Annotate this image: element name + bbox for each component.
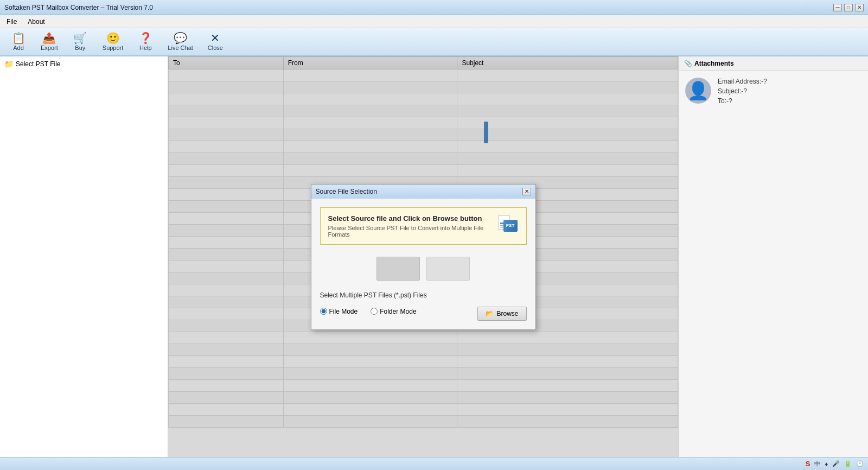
status-icon-s: S bbox=[806, 460, 810, 468]
progress-box-1 bbox=[376, 257, 420, 281]
toolbar-close-icon: ✕ bbox=[210, 33, 220, 43]
left-panel: 📁 Select PST File bbox=[0, 56, 168, 457]
info-text: Select Source file and Click on Browse b… bbox=[328, 214, 492, 238]
minimize-button[interactable]: ─ bbox=[833, 4, 842, 11]
maximize-button[interactable]: □ bbox=[844, 4, 853, 11]
attachments-label: Attachments bbox=[694, 60, 734, 67]
attachment-icon: 📎 bbox=[684, 60, 692, 67]
status-icon-battery: 🔋 bbox=[844, 460, 852, 467]
help-icon: ❓ bbox=[139, 33, 152, 43]
add-button[interactable]: 📋 Add bbox=[4, 29, 33, 54]
email-details: Email Address:-? Subject:-? To:-? bbox=[718, 78, 767, 105]
folder-mode-label: Folder Mode bbox=[380, 308, 416, 315]
buy-button[interactable]: 🛒 Buy bbox=[66, 29, 94, 54]
buy-icon: 🛒 bbox=[73, 33, 87, 43]
help-button[interactable]: ❓ Help bbox=[131, 29, 159, 54]
status-icon-chinese: 中 bbox=[814, 460, 820, 468]
window-title: Softaken PST Mailbox Converter – Trial V… bbox=[4, 4, 153, 11]
to-field: To:-? bbox=[718, 97, 767, 105]
livechat-icon: 💬 bbox=[174, 33, 187, 43]
file-mode-radio[interactable] bbox=[320, 308, 327, 315]
menu-file[interactable]: File bbox=[2, 17, 21, 27]
person-icon: 👤 bbox=[687, 80, 709, 101]
browse-icon: 📂 bbox=[486, 310, 494, 317]
info-box: Select Source file and Click on Browse b… bbox=[320, 207, 527, 245]
livechat-label: Live Chat bbox=[168, 45, 193, 51]
email-preview: 👤 Email Address:-? Subject:-? To:-? bbox=[679, 71, 868, 111]
browse-button[interactable]: 📂 Browse bbox=[477, 307, 526, 321]
close-window-button[interactable]: ✕ bbox=[855, 4, 864, 11]
status-right-icons: S 中 ♦ 🎤 🔋 🕐 bbox=[806, 460, 864, 468]
window-controls: ─ □ ✕ bbox=[833, 4, 864, 11]
file-mode-option[interactable]: File Mode bbox=[320, 308, 358, 315]
email-address-field: Email Address:-? bbox=[718, 78, 767, 85]
tree-root-label: Select PST File bbox=[16, 60, 60, 68]
file-mode-label: File Mode bbox=[329, 308, 358, 315]
folder-mode-option[interactable]: Folder Mode bbox=[371, 308, 416, 315]
modal-content: Select Source file and Click on Browse b… bbox=[311, 199, 535, 329]
folder-icon: 📁 bbox=[4, 60, 14, 68]
modal-title-bar: Source File Selection ✕ bbox=[311, 185, 535, 199]
folder-mode-radio[interactable] bbox=[371, 308, 378, 315]
export-label: Export bbox=[41, 45, 58, 51]
export-icon: 📤 bbox=[42, 33, 56, 43]
support-button[interactable]: 🙂 Support bbox=[97, 29, 130, 54]
modal-bottom-row: File Mode Folder Mode 📂 Browse bbox=[320, 307, 527, 321]
toolbar-close-label: Close bbox=[208, 45, 223, 51]
loading-area bbox=[320, 252, 527, 285]
buy-label: Buy bbox=[75, 45, 85, 51]
modal-title: Source File Selection bbox=[316, 188, 377, 195]
modal-overlay: Source File Selection ✕ Select Source fi… bbox=[168, 56, 678, 457]
status-icon-mic: 🎤 bbox=[832, 460, 840, 467]
menu-about[interactable]: About bbox=[23, 17, 49, 27]
main-layout: 📁 Select PST File To From Subject bbox=[0, 56, 868, 457]
support-label: Support bbox=[103, 45, 124, 51]
pst-files-section: Select Multiple PST Files (*.pst) Files … bbox=[320, 291, 527, 321]
toolbar: 📋 Add 📤 Export 🛒 Buy 🙂 Support ❓ Help 💬 … bbox=[0, 28, 868, 56]
browse-label: Browse bbox=[496, 310, 518, 317]
progress-box-2 bbox=[426, 257, 470, 281]
toolbar-close-button[interactable]: ✕ Close bbox=[201, 29, 229, 54]
title-bar: Softaken PST Mailbox Converter – Trial V… bbox=[0, 0, 868, 15]
add-icon: 📋 bbox=[12, 33, 25, 43]
status-bar: S 中 ♦ 🎤 🔋 🕐 bbox=[0, 457, 868, 470]
modal-close-button[interactable]: ✕ bbox=[522, 188, 531, 195]
center-panel: To From Subject bbox=[168, 56, 678, 457]
pst-label: PST bbox=[503, 220, 518, 232]
menu-bar: File About bbox=[0, 15, 868, 28]
support-icon: 🙂 bbox=[106, 33, 120, 43]
export-button[interactable]: 📤 Export bbox=[35, 29, 64, 54]
avatar: 👤 bbox=[685, 78, 711, 104]
help-label: Help bbox=[139, 45, 152, 51]
status-icon-clock: 🕐 bbox=[856, 460, 864, 467]
attachments-header: 📎 Attachments bbox=[679, 56, 868, 71]
section-title: Select Multiple PST Files (*.pst) Files bbox=[320, 291, 527, 299]
livechat-button[interactable]: 💬 Live Chat bbox=[162, 29, 199, 54]
status-icon-diamond: ♦ bbox=[825, 461, 828, 467]
info-heading: Select Source file and Click on Browse b… bbox=[328, 214, 492, 223]
subject-field: Subject:-? bbox=[718, 87, 767, 95]
right-panel: 📎 Attachments 👤 Email Address:-? Subject… bbox=[678, 56, 868, 457]
info-description: Please Select Source PST File to Convert… bbox=[328, 225, 492, 238]
pst-file-icon: PST bbox=[497, 214, 519, 236]
source-file-dialog: Source File Selection ✕ Select Source fi… bbox=[311, 184, 536, 330]
mode-radio-group: File Mode Folder Mode bbox=[320, 308, 417, 315]
tree-root-item[interactable]: 📁 Select PST File bbox=[0, 56, 168, 72]
add-label: Add bbox=[13, 45, 24, 51]
